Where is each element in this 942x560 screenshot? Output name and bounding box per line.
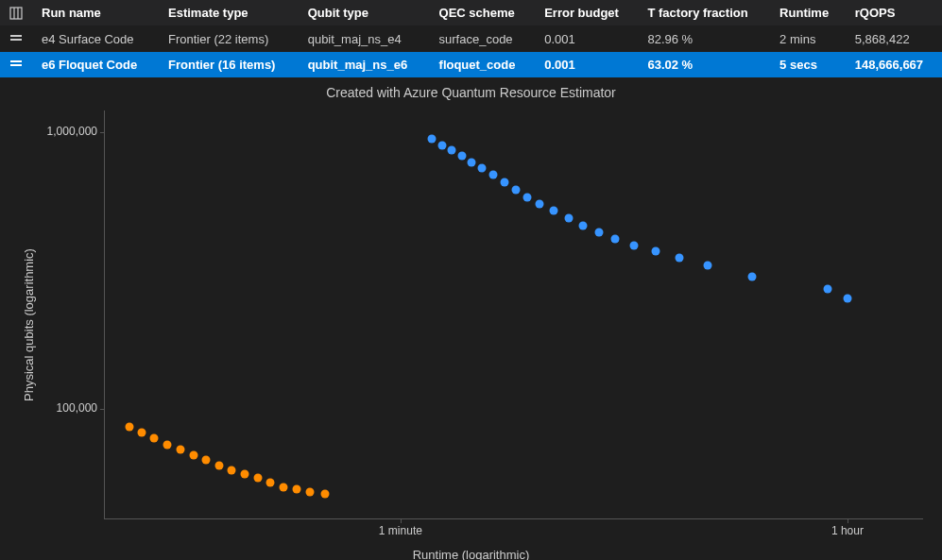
col-header[interactable]: QEC scheme bbox=[430, 0, 536, 26]
plot-area[interactable]: 1,000,000100,0001 minute1 hour bbox=[104, 110, 923, 519]
data-point[interactable] bbox=[747, 273, 756, 281]
table-cell: e6 Floquet Code bbox=[32, 52, 159, 77]
data-point[interactable] bbox=[675, 254, 683, 263]
col-header[interactable]: Runtime bbox=[770, 0, 846, 26]
data-point[interactable] bbox=[550, 207, 558, 215]
data-point[interactable] bbox=[240, 469, 248, 478]
table-cell: Frontier (16 items) bbox=[159, 52, 299, 77]
col-header[interactable]: T factory fraction bbox=[638, 0, 770, 26]
chart-title: Created with Azure Quantum Resource Esti… bbox=[0, 85, 942, 100]
data-point[interactable] bbox=[215, 462, 224, 470]
data-point[interactable] bbox=[523, 194, 532, 202]
table-cell: 5 secs bbox=[770, 52, 846, 77]
data-point[interactable] bbox=[266, 478, 275, 486]
data-point[interactable] bbox=[477, 164, 486, 173]
data-point[interactable] bbox=[823, 285, 831, 294]
data-point[interactable] bbox=[320, 490, 329, 499]
table-cell: qubit_maj_ns_e6 bbox=[299, 52, 430, 77]
data-point[interactable] bbox=[150, 434, 159, 443]
y-tick-label: 100,000 bbox=[31, 401, 97, 415]
data-point[interactable] bbox=[228, 466, 236, 474]
data-point[interactable] bbox=[253, 474, 262, 483]
table-cell: 2 mins bbox=[770, 26, 846, 53]
table-cell: 0.001 bbox=[535, 26, 638, 53]
col-header[interactable]: Run name bbox=[32, 0, 159, 26]
data-point[interactable] bbox=[500, 178, 508, 186]
data-point[interactable] bbox=[651, 247, 659, 256]
column-options-icon[interactable] bbox=[9, 7, 23, 20]
data-point[interactable] bbox=[428, 134, 437, 143]
data-point[interactable] bbox=[306, 487, 315, 496]
col-header[interactable]: rQOPS bbox=[846, 0, 942, 26]
data-point[interactable] bbox=[611, 235, 620, 244]
table-cell: Frontier (22 items) bbox=[159, 26, 299, 53]
data-point[interactable] bbox=[511, 185, 520, 194]
table-cell: e4 Surface Code bbox=[32, 26, 159, 53]
row-series-icon bbox=[0, 26, 32, 53]
col-header[interactable]: Error budget bbox=[535, 0, 638, 26]
x-axis-label: Runtime (logarithmic) bbox=[0, 548, 942, 560]
table-cell: floquet_code bbox=[430, 52, 536, 77]
data-point[interactable] bbox=[293, 485, 301, 494]
data-point[interactable] bbox=[468, 158, 476, 166]
data-point[interactable] bbox=[579, 221, 588, 229]
data-point[interactable] bbox=[488, 171, 497, 179]
col-header[interactable]: Estimate type bbox=[159, 0, 299, 26]
x-tick-label: 1 minute bbox=[372, 524, 429, 537]
table-row[interactable]: e6 Floquet CodeFrontier (16 items)qubit_… bbox=[0, 52, 942, 77]
data-point[interactable] bbox=[630, 241, 639, 249]
data-point[interactable] bbox=[536, 200, 544, 209]
data-point[interactable] bbox=[843, 295, 851, 303]
table-cell: 148,666,667 bbox=[846, 52, 942, 77]
data-point[interactable] bbox=[448, 146, 456, 155]
svg-rect-0 bbox=[10, 8, 22, 19]
grid-icon-header[interactable] bbox=[0, 0, 32, 26]
table-cell: 5,868,422 bbox=[846, 26, 942, 53]
data-point[interactable] bbox=[438, 141, 447, 149]
table-cell: 0.001 bbox=[535, 52, 638, 77]
data-point[interactable] bbox=[189, 450, 197, 459]
data-point[interactable] bbox=[125, 422, 133, 431]
table-row[interactable]: e4 Surface CodeFrontier (22 items)qubit_… bbox=[0, 26, 942, 53]
data-point[interactable] bbox=[202, 456, 211, 465]
data-point[interactable] bbox=[703, 261, 711, 269]
data-point[interactable] bbox=[137, 428, 146, 436]
table-body: e4 Surface CodeFrontier (22 items)qubit_… bbox=[0, 26, 942, 78]
data-point[interactable] bbox=[564, 213, 573, 222]
table-cell: 63.02 % bbox=[638, 52, 770, 77]
y-tick-label: 1,000,000 bbox=[31, 125, 97, 138]
data-point[interactable] bbox=[280, 483, 288, 491]
data-point[interactable] bbox=[457, 152, 466, 161]
chart-panel: Created with Azure Quantum Resource Esti… bbox=[0, 77, 942, 560]
data-point[interactable] bbox=[595, 228, 604, 236]
data-point[interactable] bbox=[163, 440, 172, 449]
y-axis-label: Physical qubits (logarithmic) bbox=[22, 248, 36, 401]
table-cell: surface_code bbox=[430, 26, 536, 53]
table-header-row: Run nameEstimate typeQubit typeQEC schem… bbox=[0, 0, 942, 26]
row-series-icon bbox=[0, 52, 32, 77]
data-point[interactable] bbox=[177, 446, 185, 454]
results-table: Run nameEstimate typeQubit typeQEC schem… bbox=[0, 0, 942, 77]
table-cell: qubit_maj_ns_e4 bbox=[299, 26, 430, 53]
x-tick-label: 1 hour bbox=[819, 524, 876, 537]
table-cell: 82.96 % bbox=[638, 26, 770, 53]
col-header[interactable]: Qubit type bbox=[299, 0, 430, 26]
